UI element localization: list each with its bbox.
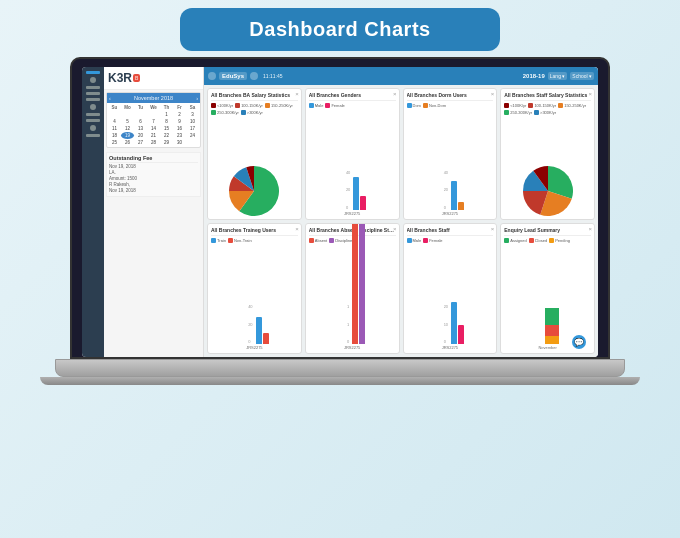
cal-header-su: Su (108, 104, 121, 111)
chart-close-salary-stats[interactable]: × (295, 91, 299, 97)
chart-close-dorm-users[interactable]: × (491, 91, 495, 97)
sidebar-icon-7[interactable] (86, 134, 100, 137)
x-axis-label: November (538, 345, 556, 350)
calendar-header[interactable]: ‹ November 2018 › (107, 93, 200, 103)
cal-day[interactable]: 22 (160, 132, 173, 139)
chart-card-absent-discipline: All Branches Absent Discipline Statistic… (305, 223, 400, 355)
chart-area-genders: 40200JRS2275 (309, 110, 396, 216)
y-axis-tick: 1 (347, 304, 349, 309)
bar-element (256, 317, 262, 344)
cal-day[interactable]: 25 (108, 139, 121, 146)
sidebar-icon-3[interactable] (86, 92, 100, 95)
cal-day[interactable]: 12 (121, 125, 134, 132)
cal-day[interactable]: 18 (108, 132, 121, 139)
prev-month-icon[interactable]: ‹ (109, 95, 111, 101)
cal-day[interactable]: 11 (108, 125, 121, 132)
chat-bubble[interactable]: 💬 (572, 335, 586, 349)
legend-color-box (504, 103, 509, 108)
chart-title-staff-salary: All Branches Staff Salary Statistics (504, 92, 591, 101)
sidebar-home-icon[interactable] (86, 71, 100, 74)
school-select[interactable]: School ▾ (570, 72, 594, 80)
x-axis-label: JRS2275 (442, 211, 458, 216)
cal-day[interactable]: 7 (147, 118, 160, 125)
cal-day[interactable]: 2 (173, 111, 186, 118)
chart-close-trainee-users[interactable]: × (295, 226, 299, 232)
legend-color-box (309, 103, 314, 108)
logo-area: K3R B (104, 67, 203, 90)
chat-icon: 💬 (574, 338, 584, 347)
legend-color-box (549, 238, 554, 243)
cal-day[interactable]: 4 (108, 118, 121, 125)
legend-color-box (407, 103, 412, 108)
cal-day[interactable] (134, 111, 147, 118)
legend-item: Non-Dom (423, 103, 446, 108)
legend-color-box (235, 103, 240, 108)
cal-day[interactable]: 8 (160, 118, 173, 125)
cal-day[interactable] (121, 111, 134, 118)
sidebar-dot-2 (90, 104, 96, 110)
cal-day[interactable]: 10 (186, 118, 199, 125)
chart-close-staff-salary[interactable]: × (588, 91, 592, 97)
cal-day[interactable]: 3 (186, 111, 199, 118)
chart-close-all-branches-staff[interactable]: × (491, 226, 495, 232)
bar-group (451, 302, 464, 344)
chart-area-salary-stats (211, 117, 298, 216)
fee-item-5: Nov 19, 2018 (109, 188, 198, 193)
y-axis-tick: 10 (444, 322, 448, 327)
chart-area-staff-salary (504, 117, 591, 216)
legend-label: 250-300K/yr (217, 110, 239, 115)
chart-close-absent-discipline[interactable]: × (393, 226, 397, 232)
cal-day[interactable]: 29 (160, 139, 173, 146)
cal-day[interactable]: 14 (147, 125, 160, 132)
cal-day[interactable]: 1 (160, 111, 173, 118)
cal-day[interactable]: 28 (147, 139, 160, 146)
bar-element (458, 325, 464, 344)
cal-day[interactable] (186, 139, 199, 146)
chart-title-trainee-users: All Branches Traineg Users (211, 227, 298, 236)
cal-day[interactable]: 27 (134, 139, 147, 146)
cal-day[interactable]: 21 (147, 132, 160, 139)
y-axis: 110 (347, 304, 350, 344)
cal-day[interactable]: 20 (134, 132, 147, 139)
header-banner: Dashboard Charts (180, 8, 500, 51)
language-select[interactable]: Lang ▾ (548, 72, 568, 80)
chart-close-genders[interactable]: × (393, 91, 397, 97)
nav-back-icon[interactable] (250, 72, 258, 80)
chart-card-staff-salary: All Branches Staff Salary Statistics×<10… (500, 88, 595, 220)
cal-day[interactable]: 23 (173, 132, 186, 139)
next-month-icon[interactable]: › (196, 95, 198, 101)
cal-day[interactable] (108, 111, 121, 118)
legend-color-box (265, 103, 270, 108)
legend-color-box (423, 103, 428, 108)
sidebar-icon-4[interactable] (86, 98, 100, 101)
legend-label: >300K/yr (247, 110, 263, 115)
bar-chart-wrapper: 40200JRS2275 (338, 170, 366, 216)
cal-day[interactable]: 26 (121, 139, 134, 146)
legend-item: Assigned (504, 238, 526, 243)
chart-title-all-branches-staff: All Branches Staff (407, 227, 494, 236)
cal-day[interactable]: 30 (173, 139, 186, 146)
sidebar-icon-6[interactable] (86, 119, 100, 122)
stacked-bar-chart (537, 304, 559, 344)
sidebar-icon-2[interactable] (86, 86, 100, 89)
cal-day[interactable]: 13 (134, 125, 147, 132)
cal-day[interactable]: 17 (186, 125, 199, 132)
legend-color-box (211, 110, 216, 115)
cal-day[interactable]: 24 (186, 132, 199, 139)
cal-day[interactable]: 15 (160, 125, 173, 132)
cal-day[interactable]: 5 (121, 118, 134, 125)
y-axis-tick: 40 (248, 304, 252, 309)
menu-icon[interactable] (208, 72, 216, 80)
cal-day[interactable] (147, 111, 160, 118)
chart-legend-staff-salary: <100K/yr100-150K/yr150-250K/yr250-300K/y… (504, 103, 591, 115)
chart-close-enquiry-lead[interactable]: × (588, 226, 592, 232)
cal-day-today[interactable]: 19 (121, 132, 134, 139)
sidebar-icon-5[interactable] (86, 113, 100, 116)
legend-color-box (211, 238, 216, 243)
chart-area-dorm-users: 40200JRS2275 (407, 110, 494, 216)
cal-day[interactable]: 16 (173, 125, 186, 132)
left-panel: K3R B ‹ November 2018 › Su Mo T (104, 67, 204, 357)
cal-day[interactable]: 6 (134, 118, 147, 125)
cal-day[interactable]: 9 (173, 118, 186, 125)
laptop-base (55, 359, 625, 377)
